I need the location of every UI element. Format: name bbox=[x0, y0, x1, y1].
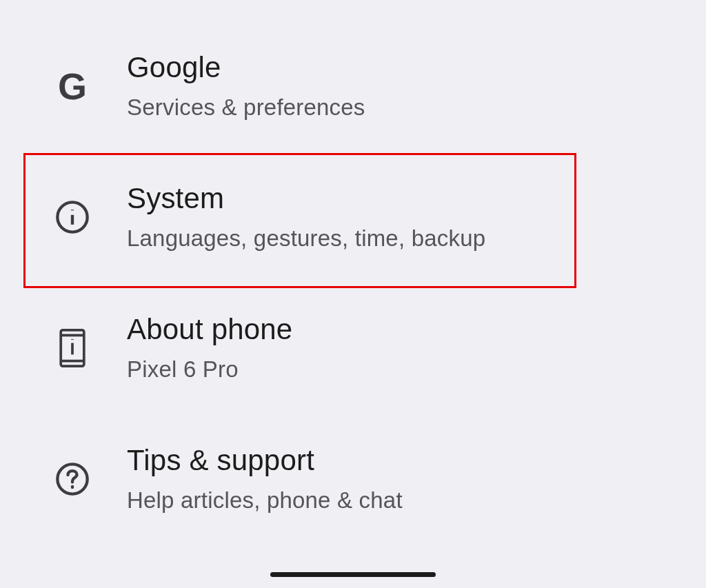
google-icon: G bbox=[48, 68, 97, 105]
item-title: System bbox=[127, 182, 485, 215]
settings-item-google[interactable]: G Google Services & preferences bbox=[0, 21, 706, 152]
phone-info-icon bbox=[48, 329, 97, 367]
info-icon bbox=[48, 199, 97, 235]
settings-item-text: About phone Pixel 6 Pro bbox=[97, 313, 292, 383]
item-title: Google bbox=[127, 51, 365, 84]
gesture-nav-handle[interactable] bbox=[270, 572, 436, 577]
item-subtitle: Languages, gestures, time, backup bbox=[127, 225, 485, 252]
settings-item-about-phone[interactable]: About phone Pixel 6 Pro bbox=[0, 283, 706, 414]
item-title: Tips & support bbox=[127, 444, 403, 477]
settings-item-text: System Languages, gestures, time, backup bbox=[97, 182, 485, 252]
item-subtitle: Help articles, phone & chat bbox=[127, 487, 403, 514]
help-icon bbox=[48, 461, 97, 497]
item-subtitle: Pixel 6 Pro bbox=[127, 356, 292, 383]
item-title: About phone bbox=[127, 313, 292, 346]
settings-item-text: Google Services & preferences bbox=[97, 51, 365, 121]
settings-list: G Google Services & preferences System L… bbox=[0, 0, 706, 545]
settings-item-system[interactable]: System Languages, gestures, time, backup bbox=[0, 152, 706, 283]
settings-item-text: Tips & support Help articles, phone & ch… bbox=[97, 444, 403, 514]
settings-item-tips-support[interactable]: Tips & support Help articles, phone & ch… bbox=[0, 414, 706, 545]
item-subtitle: Services & preferences bbox=[127, 94, 365, 121]
